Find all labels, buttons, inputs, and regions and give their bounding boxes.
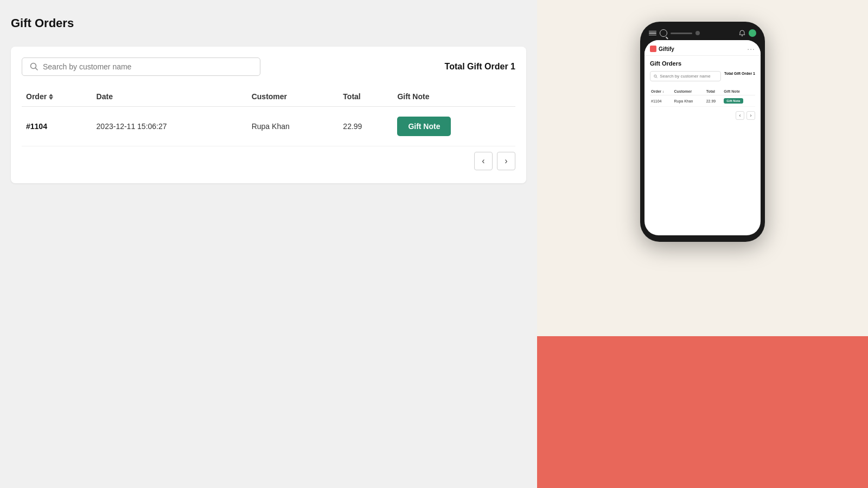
phone-table-row: #1104 Rupa Khan 22.99 Gift Note (650, 95, 755, 107)
col-total: Total (339, 87, 393, 107)
order-id: #1104 (26, 122, 47, 131)
phone-gift-note-button[interactable]: Gift Note (724, 98, 743, 104)
phone-orders-table: Order ↕ Customer Total Gift Note #1104 R… (650, 88, 755, 107)
phone-app-header: Giftify ··· (644, 40, 761, 56)
phone-col-total: Total (705, 88, 723, 95)
order-gift-note-cell: Gift Note (393, 107, 515, 146)
search-and-total-row: Total Gift Order 1 (22, 57, 515, 76)
col-date: Date (92, 87, 247, 107)
phone-header-row: Total Gift Order 1 (650, 71, 755, 86)
total-gift-order-label: Total Gift Order 1 (445, 62, 515, 72)
phone-app-logo: Giftify (650, 46, 674, 52)
order-customer: Rupa Khan (247, 107, 339, 146)
phone-order-id: #1104 (650, 95, 673, 107)
svg-point-2 (742, 35, 743, 36)
phone-body: Gift Orders Total Gift Order 1 (644, 56, 761, 126)
col-customer: Customer (247, 87, 339, 107)
hamburger-icon (649, 30, 656, 36)
phone-app-dots: ··· (747, 44, 755, 53)
phone-status-bar (644, 28, 761, 40)
phone-search-input[interactable] (660, 74, 717, 79)
prev-page-button[interactable]: ‹ (474, 152, 493, 170)
phone-col-gift: Gift Note (723, 88, 755, 95)
gift-note-button[interactable]: Gift Note (397, 117, 451, 136)
phone-search-icon-small (654, 74, 658, 79)
phone-pagination: ‹ › (650, 111, 755, 122)
phone-top-right (739, 29, 756, 37)
phone-next-button[interactable]: › (746, 111, 755, 120)
sort-order-icon[interactable] (49, 94, 53, 100)
phone-prev-button[interactable]: ‹ (736, 111, 744, 120)
phone-screen: Giftify ··· Gift Orders Total Gift Order… (644, 40, 761, 235)
phone-mockup: Giftify ··· Gift Orders Total Gift Order… (640, 22, 765, 242)
red-decorative-block (537, 336, 868, 488)
phone-col-order: Order ↕ (650, 88, 673, 95)
search-input[interactable] (43, 62, 252, 71)
phone-table-header: Order ↕ Customer Total Gift Note (650, 88, 755, 95)
app-logo-box (650, 46, 656, 52)
phone-body-title: Gift Orders (650, 60, 755, 67)
order-total: 22.99 (339, 107, 393, 146)
right-panel: Giftify ··· Gift Orders Total Gift Order… (537, 0, 868, 488)
phone-search-row (650, 71, 721, 81)
phone-search-icon (660, 29, 667, 37)
app-logo-text: Giftify (659, 46, 674, 52)
phone-bar-decoration (671, 33, 692, 34)
svg-line-4 (656, 77, 658, 78)
col-order: Order (22, 87, 92, 107)
search-box (22, 57, 260, 76)
svg-line-1 (36, 68, 38, 70)
phone-avatar (749, 29, 756, 37)
phone-gift-note-cell: Gift Note (723, 95, 755, 107)
phone-dot-decoration (695, 31, 700, 35)
phone-bell-icon (739, 30, 745, 36)
search-icon (30, 62, 39, 71)
orders-table: Order Date Customer Total Gift Note (22, 87, 515, 146)
order-date: 2023-12-11 15:06:27 (92, 107, 247, 146)
col-gift-note: Gift Note (393, 87, 515, 107)
main-card: Total Gift Order 1 Order Date (11, 47, 526, 183)
next-page-button[interactable]: › (497, 152, 515, 170)
phone-total: 22.99 (705, 95, 723, 107)
pagination-row: ‹ › (22, 146, 515, 172)
table-header-row: Order Date Customer Total Gift Note (22, 87, 515, 107)
left-panel: Gift Orders Total Gift Order 1 Order (0, 0, 537, 488)
svg-point-3 (654, 75, 656, 77)
phone-top-left (649, 29, 700, 37)
phone-col-customer: Customer (673, 88, 705, 95)
phone-total-label: Total Gift Order 1 (724, 71, 755, 76)
phone-customer: Rupa Khan (673, 95, 705, 107)
page-title: Gift Orders (11, 16, 526, 30)
table-row: #1104 2023-12-11 15:06:27 Rupa Khan 22.9… (22, 107, 515, 146)
